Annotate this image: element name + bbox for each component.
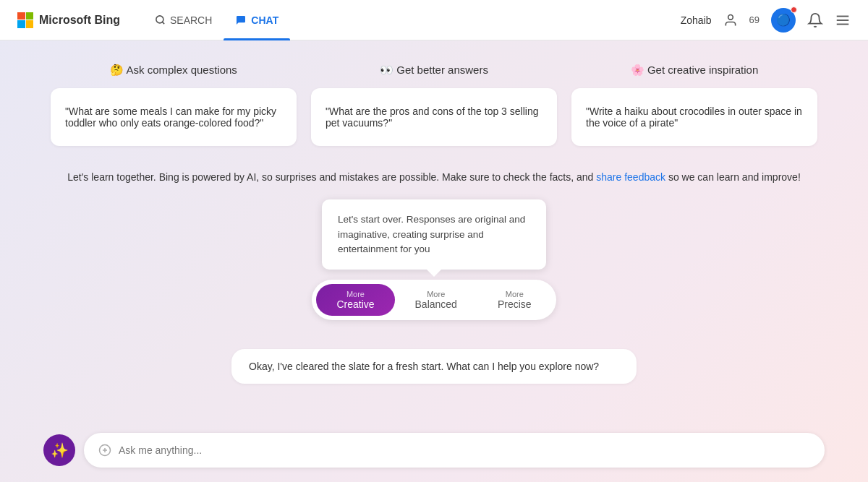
feature-1-header: 🤔 Ask complex questions [51, 64, 297, 77]
svg-point-0 [156, 16, 163, 23]
feature-2-title: Get better answers [396, 64, 488, 76]
mode-creative-top: More [346, 290, 365, 298]
user-icon[interactable] [723, 13, 738, 27]
input-search-icon [98, 444, 111, 457]
input-row: ✨ [0, 433, 868, 468]
mode-balanced-label: Balanced [415, 298, 457, 310]
tooltip-bubble: Let's start over. Responses are original… [322, 199, 546, 270]
mode-balanced-button[interactable]: More Balanced [395, 284, 477, 316]
share-feedback-link[interactable]: share feedback [596, 171, 665, 183]
avatar[interactable]: 🔵 [771, 8, 796, 33]
feature-col-3: 🌸 Get creative inspiration "Write a haik… [571, 64, 817, 146]
feature-card-2-text: "What are the pros and cons of the top 3… [326, 106, 542, 129]
menu-icon[interactable] [835, 12, 851, 28]
mode-precise-top: More [506, 290, 524, 298]
feature-col-2: 👀 Get better answers "What are the pros … [311, 64, 557, 146]
main-content: 🤔 Ask complex questions "What are some m… [0, 40, 868, 421]
notification-dot [791, 7, 797, 13]
feature-2-icon: 👀 [380, 64, 393, 76]
tooltip-text: Let's start over. Responses are original… [338, 214, 525, 254]
feature-1-title: Ask complex questions [126, 64, 237, 76]
search-tab-label: SEARCH [170, 14, 212, 26]
search-icon [155, 14, 166, 25]
feature-1-icon: 🤔 [110, 64, 124, 76]
feature-card-2[interactable]: "What are the pros and cons of the top 3… [311, 88, 557, 146]
chat-tab-label: CHAT [251, 14, 278, 26]
mode-container: Let's start over. Responses are original… [43, 199, 825, 320]
response-bubble: Okay, I've cleared the slate for a fresh… [231, 349, 637, 384]
mode-buttons: More Creative More Balanced More Precise [312, 280, 556, 320]
bell-icon[interactable] [807, 12, 823, 28]
svg-line-1 [162, 22, 164, 24]
avatar-spark-icon: ✨ [51, 442, 69, 459]
feature-card-1-text: "What are some meals I can make for my p… [65, 106, 282, 129]
svg-point-2 [728, 14, 733, 20]
chat-icon [235, 14, 247, 26]
info-text: Let's learn together. Bing is powered by… [43, 169, 825, 185]
nav-tabs: SEARCH CHAT [143, 0, 290, 40]
features-row: 🤔 Ask complex questions "What are some m… [43, 64, 825, 146]
header: Microsoft Bing SEARCH CHAT Zohaib 69 🔵 [0, 0, 868, 40]
microsoft-logo [17, 12, 33, 28]
mode-creative-label: Creative [336, 298, 374, 310]
feature-2-header: 👀 Get better answers [311, 64, 557, 77]
mode-creative-button[interactable]: More Creative [316, 284, 394, 316]
logo-text: Microsoft Bing [39, 14, 120, 27]
mode-balanced-top: More [427, 290, 445, 298]
logo-area: Microsoft Bing [17, 12, 120, 28]
header-right: Zohaib 69 🔵 [681, 8, 851, 33]
username-label: Zohaib [681, 14, 712, 26]
feature-3-title: Get creative inspiration [647, 64, 758, 76]
points-badge: 69 [749, 14, 760, 25]
avatar-initials: 🔵 [776, 13, 791, 27]
input-box[interactable] [84, 433, 825, 468]
input-avatar: ✨ [43, 434, 75, 466]
chat-input[interactable] [119, 444, 810, 456]
mode-precise-label: Precise [498, 298, 532, 310]
feature-3-header: 🌸 Get creative inspiration [571, 64, 817, 77]
feature-card-1[interactable]: "What are some meals I can make for my p… [51, 88, 297, 146]
feature-3-icon: 🌸 [631, 64, 644, 76]
feature-card-3[interactable]: "Write a haiku about crocodiles in outer… [571, 88, 817, 146]
mode-precise-button[interactable]: More Precise [477, 284, 552, 316]
feature-col-1: 🤔 Ask complex questions "What are some m… [51, 64, 297, 146]
nav-search-tab[interactable]: SEARCH [143, 0, 224, 40]
feature-card-3-text: "Write a haiku about crocodiles in outer… [586, 106, 803, 129]
info-end-text: so we can learn and improve! [668, 171, 801, 183]
response-text: Okay, I've cleared the slate for a fresh… [249, 361, 599, 372]
nav-chat-tab[interactable]: CHAT [224, 0, 290, 40]
info-main-text: Let's learn together. Bing is powered by… [67, 171, 593, 183]
